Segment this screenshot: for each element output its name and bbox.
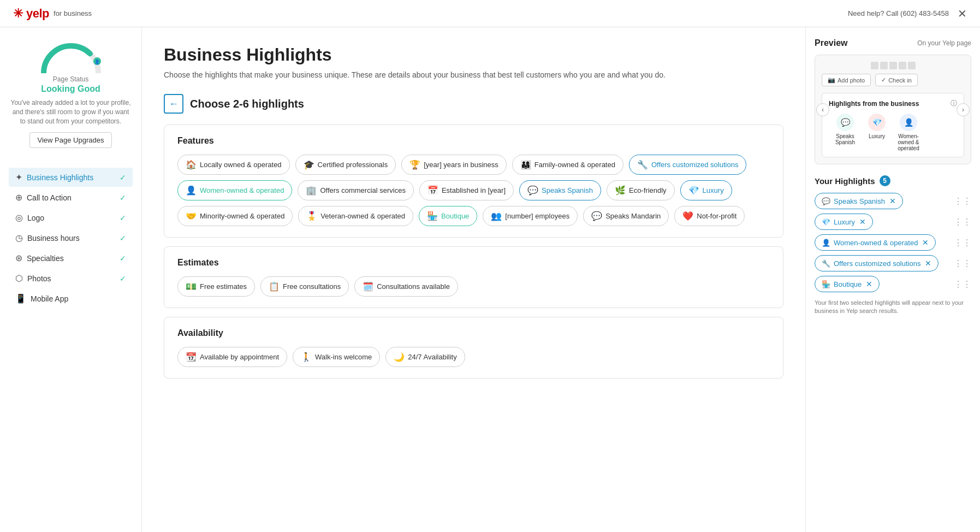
add-photo-btn[interactable]: 📷 Add photo	[822, 74, 871, 86]
carousel-prev-button[interactable]: ‹	[816, 103, 829, 116]
preview-women-owned-icon: 👤	[900, 114, 917, 131]
drag-handle-women-owned[interactable]: ⋮⋮	[954, 238, 971, 248]
sidebar-item-specialties[interactable]: ⊛ Specialties ✓	[9, 249, 133, 268]
chip-label-locally-owned: Locally owned & operated	[200, 161, 282, 169]
yelp-logo: ✳ yelp for business	[13, 7, 92, 21]
highlights-nav-icon: ✦	[15, 172, 22, 182]
drag-handle-boutique[interactable]: ⋮⋮	[954, 279, 971, 289]
preview-luxury-label: Luxury	[869, 133, 885, 139]
view-upgrades-button[interactable]: View Page Upgrades	[29, 132, 112, 148]
chip-years-in-business[interactable]: 🏆 [year] years in business	[401, 155, 507, 175]
chip-consultations-available[interactable]: 🗓️ Consultations available	[354, 276, 458, 297]
chip-label-walk-ins: Walk-ins welcome	[315, 353, 372, 361]
locally-owned-icon: 🏠	[186, 159, 197, 170]
chip-women-owned[interactable]: 👤 Women-owned & operated	[177, 180, 292, 200]
selected-luxury-label: Luxury	[834, 218, 855, 226]
remove-speaks-spanish-button[interactable]: ✕	[889, 197, 896, 205]
chip-customized-solutions[interactable]: 🔧 Offers customized solutions	[629, 155, 746, 175]
sidebar-item-logo[interactable]: ◎ Logo ✓	[9, 208, 133, 227]
chip-veteran-owned[interactable]: 🎖️ Veteran-owned & operated	[298, 206, 413, 226]
highlights-box-header: Highlights from the business ⓘ	[829, 99, 957, 108]
eco-icon: 🌿	[615, 185, 626, 196]
nav-label-call-to-action: Call to Action	[27, 193, 72, 202]
chip-employees[interactable]: 👥 [number] employees	[483, 206, 578, 226]
remove-boutique-button[interactable]: ✕	[866, 280, 872, 288]
availability-heading: Availability	[177, 328, 770, 338]
highlights-count-badge: 5	[880, 175, 890, 186]
chip-free-estimates[interactable]: 💵 Free estimates	[177, 276, 255, 297]
drag-handle-speaks-spanish[interactable]: ⋮⋮	[954, 196, 971, 206]
selected-item-women-owned: 👤 Women-owned & operated ✕ ⋮⋮	[815, 234, 971, 251]
page-status-container: 👤 Page Status Looking Good You've alread…	[9, 40, 133, 159]
sidebar-item-photos[interactable]: ⬡ Photos ✓	[9, 269, 133, 288]
header: ✳ yelp for business Need help? Call (602…	[0, 0, 980, 27]
check-in-btn[interactable]: ✓ Check in	[875, 74, 918, 86]
chip-label-established: Established in [year]	[442, 186, 506, 194]
chip-speaks-spanish[interactable]: 💬 Speaks Spanish	[519, 180, 601, 200]
chip-luxury[interactable]: 💎 Luxury	[680, 180, 732, 200]
call-to-action-nav-icon: ⊕	[15, 192, 22, 203]
availability-section: Availability 📆 Available by appointment …	[164, 317, 783, 379]
chip-boutique[interactable]: 🏪 Boutique	[419, 206, 477, 226]
drag-handle-customized[interactable]: ⋮⋮	[954, 258, 971, 269]
remove-luxury-button[interactable]: ✕	[859, 217, 866, 226]
carousel-next-button[interactable]: ›	[957, 103, 970, 116]
header-left: ✳ yelp for business	[13, 7, 92, 21]
sidebar-item-business-highlights[interactable]: ✦ Business Highlights ✓	[9, 168, 133, 187]
back-button[interactable]: ←	[164, 94, 183, 114]
selected-speaks-spanish-label: Speaks Spanish	[834, 197, 885, 205]
main-content: Business Highlights Choose the highlight…	[142, 27, 805, 532]
not-for-profit-icon: ❤️	[682, 211, 693, 221]
chip-walk-ins[interactable]: 🚶 Walk-ins welcome	[293, 347, 380, 367]
remove-customized-button[interactable]: ✕	[925, 259, 931, 268]
drag-handle-luxury[interactable]: ⋮⋮	[954, 217, 971, 227]
chip-commercial-services[interactable]: 🏢 Offers commercial services	[298, 180, 414, 200]
close-icon[interactable]: ✕	[958, 7, 967, 20]
info-icon[interactable]: ⓘ	[951, 99, 957, 108]
sidebar-item-call-to-action[interactable]: ⊕ Call to Action ✓	[9, 188, 133, 207]
right-panel: Preview On your Yelp page ‹ › 📷 Add phot	[805, 27, 980, 532]
years-icon: 🏆	[409, 159, 420, 170]
on-your-yelp-label: On your Yelp page	[917, 39, 971, 47]
back-arrow-icon: ←	[169, 98, 179, 110]
established-icon: 📅	[427, 185, 438, 196]
selected-chip-women-owned: 👤 Women-owned & operated ✕	[815, 234, 936, 251]
chip-established[interactable]: 📅 Established in [year]	[419, 180, 514, 200]
24-7-icon: 🌙	[394, 352, 405, 362]
chip-label-eco: Eco-friendly	[629, 186, 667, 194]
highlights-from-business-label: Highlights from the business	[829, 100, 919, 108]
selected-boutique-icon: 🏪	[822, 280, 830, 288]
chip-locally-owned[interactable]: 🏠 Locally owned & operated	[177, 155, 290, 175]
chip-speaks-mandarin[interactable]: 💬 Speaks Mandarin	[583, 206, 669, 226]
remove-women-owned-button[interactable]: ✕	[922, 238, 929, 247]
chip-24-7[interactable]: 🌙 24/7 Availability	[385, 347, 465, 367]
selected-item-luxury: 💎 Luxury ✕ ⋮⋮	[815, 214, 971, 230]
preview-highlight-items: 💬 Speaks Spanish 💎 Luxury 👤 Women-owned …	[829, 114, 957, 151]
veteran-icon: 🎖️	[306, 211, 317, 221]
chip-minority-owned[interactable]: 🤝 Minority-owned & operated	[177, 206, 293, 226]
progress-svg: 👤	[38, 40, 104, 73]
customized-icon: 🔧	[637, 159, 648, 170]
chip-not-for-profit[interactable]: ❤️ Not-for-profit	[674, 206, 745, 226]
chip-label-certified: Certified professionals	[318, 161, 388, 169]
chip-family-owned[interactable]: 👨‍👩‍👧 Family-owned & operated	[512, 155, 623, 175]
chip-free-consultations[interactable]: 📋 Free consultations	[260, 276, 349, 297]
chip-label-family: Family-owned & operated	[534, 161, 615, 169]
sidebar-item-business-hours[interactable]: ◷ Business hours ✓	[9, 228, 133, 247]
chip-by-appointment[interactable]: 📆 Available by appointment	[177, 347, 287, 367]
star-3	[889, 62, 897, 69]
nav-check-specialties: ✓	[120, 254, 126, 263]
chip-eco-friendly[interactable]: 🌿 Eco-friendly	[607, 180, 675, 200]
progress-circle: 👤	[38, 40, 104, 73]
chip-label-commercial: Offers commercial services	[320, 186, 406, 194]
nav-check-logo: ✓	[120, 214, 126, 222]
preview-speaks-spanish-icon: 💬	[836, 114, 854, 131]
chip-certified-professionals[interactable]: 🎓 Certified professionals	[295, 155, 396, 175]
nav-label-specialties: Specialties	[27, 254, 64, 263]
app-layout: 👤 Page Status Looking Good You've alread…	[0, 27, 980, 532]
speaks-spanish-icon: 💬	[527, 185, 538, 196]
nav-label-photos: Photos	[27, 274, 51, 283]
sidebar-item-mobile-app[interactable]: 📱 Mobile App	[9, 289, 133, 308]
help-text: Need help? Call (602) 483-5458	[848, 9, 949, 17]
check-in-label: Check in	[888, 77, 912, 84]
